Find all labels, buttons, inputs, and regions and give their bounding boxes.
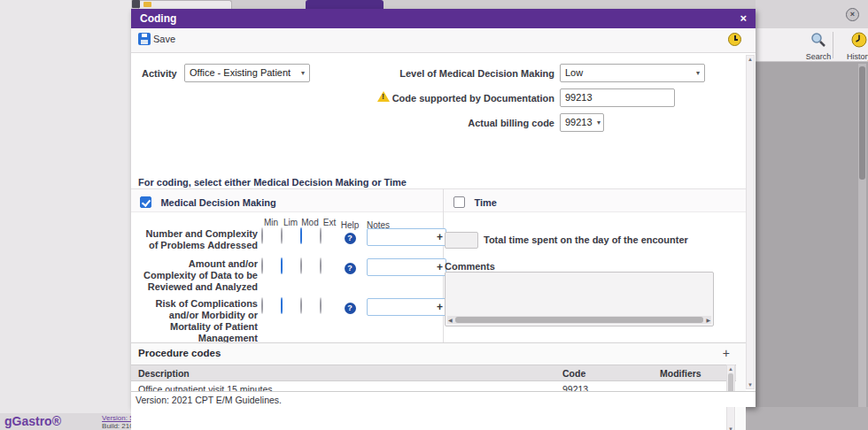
time-checkbox[interactable] [453, 196, 465, 208]
help-icon[interactable]: ? [345, 303, 356, 314]
window-close-icon[interactable]: × [846, 8, 859, 21]
mdm-checkbox-label: Medical Decision Making [160, 197, 275, 208]
dialog-scrollbar[interactable]: ▲ ▼ [746, 55, 755, 389]
radio-ext[interactable] [320, 227, 322, 244]
dialog-body: Activity Office - Existing Patient ▾ Lev… [131, 53, 746, 391]
close-icon[interactable]: × [740, 12, 747, 25]
app-logo: gGastro® [4, 414, 61, 428]
dialog-footer: Version: 2021 CPT E/M Guidelines. [131, 391, 756, 407]
activity-value: Office - Existing Patient [190, 67, 291, 78]
search-button[interactable]: Search [795, 32, 841, 60]
radio-min[interactable] [261, 257, 263, 274]
branding-bar: gGastro® Version: 5.0.1 Build: 210406 [0, 413, 152, 430]
radio-min[interactable] [261, 297, 263, 314]
notes-input[interactable]: + [367, 228, 446, 246]
add-note-icon[interactable]: + [437, 301, 443, 313]
scroll-right-icon[interactable]: ▶ [706, 317, 710, 323]
mdm-level-select[interactable]: Low ▾ [560, 64, 705, 82]
notes-input[interactable]: + [367, 258, 446, 276]
code-supported-label: Code supported by Documentation [392, 93, 554, 104]
add-note-icon[interactable]: + [437, 231, 443, 243]
radio-lim[interactable] [281, 257, 283, 274]
add-note-icon[interactable]: + [437, 261, 443, 273]
mdm-level-value: Low [565, 67, 583, 78]
search-icon [810, 32, 826, 48]
help-icon[interactable]: ? [345, 233, 356, 244]
scroll-down-icon[interactable]: ▼ [748, 382, 753, 388]
mdm-row-risk: Risk of Complications and/or Morbidity o… [135, 298, 446, 344]
dialog-title: Coding [140, 12, 176, 25]
guidelines-version: Version: 2021 CPT E/M Guidelines. [136, 395, 282, 405]
mdm-row-data: Amount and/or Complexity of Data to be R… [135, 258, 446, 293]
code-supported-value: 99213 [565, 92, 593, 103]
clock-icon [728, 33, 741, 46]
notes-input[interactable]: + [367, 298, 446, 316]
code-supported-input[interactable]: 99213 [560, 88, 675, 107]
help-icon[interactable]: ? [345, 263, 356, 274]
actual-billing-label: Actual billing code [468, 118, 554, 128]
time-checkbox-row[interactable]: Time [453, 194, 497, 210]
mdm-row-label: Number and Complexity of Problems Addres… [135, 228, 261, 251]
mdm-checkbox-row[interactable]: Medical Decision Making [140, 194, 276, 210]
coding-dialog: Coding × Save Activity Office - Existing… [131, 9, 756, 407]
history-button[interactable]: History [836, 32, 868, 60]
total-time-label: Total time spent on the day of the encou… [484, 234, 688, 245]
folder-icon [143, 2, 151, 7]
coding-instruction: For coding, select either Medical Decisi… [138, 177, 407, 188]
background-tab-active[interactable] [306, 0, 384, 9]
chevron-down-icon: ▾ [597, 119, 601, 127]
dialog-titlebar: Coding × [131, 9, 756, 28]
col-description: Description [138, 368, 190, 379]
radio-lim[interactable] [281, 227, 283, 244]
search-label: Search [795, 52, 841, 61]
dialog-toolbar: Save [131, 28, 756, 53]
time-checkbox-label: Time [474, 197, 496, 208]
mdm-checkbox[interactable] [140, 196, 151, 208]
radio-mod[interactable] [300, 227, 302, 244]
scroll-left-icon[interactable]: ◀ [448, 317, 453, 323]
save-icon [138, 33, 151, 45]
chevron-down-icon: ▾ [301, 69, 305, 77]
pin-icon [132, 0, 140, 8]
comments-hscrollbar[interactable]: ◀ ▶ [447, 316, 711, 324]
comments-textarea[interactable]: ◀ ▶ [445, 272, 714, 326]
mdm-row-label: Amount and/or Complexity of Data to be R… [135, 258, 261, 293]
save-button[interactable]: Save [138, 33, 175, 45]
mdm-row-problems: Number and Complexity of Problems Addres… [135, 228, 446, 251]
history-label: History [836, 52, 868, 61]
radio-mod[interactable] [300, 297, 302, 314]
background-content-area [756, 62, 868, 430]
comments-hscroll-thumb[interactable] [455, 317, 703, 323]
radio-mod[interactable] [300, 257, 302, 274]
add-procedure-icon[interactable]: + [723, 346, 730, 360]
radio-ext[interactable] [320, 297, 322, 314]
procedure-codes-title: Procedure codes [138, 348, 221, 358]
history-clock-button[interactable] [728, 33, 741, 50]
col-modifiers: Modifiers [660, 368, 701, 379]
total-time-input[interactable] [445, 232, 478, 249]
procedure-table-header: Description Code Modifiers [131, 365, 736, 381]
actual-billing-select[interactable]: 99213 ▾ [560, 113, 604, 132]
mdm-level-label: Level of Medical Decision Making [399, 68, 554, 79]
radio-min[interactable] [261, 227, 263, 244]
scroll-down-icon[interactable]: ▼ [728, 426, 733, 430]
chevron-down-icon: ▾ [696, 69, 700, 77]
warning-icon [377, 91, 390, 102]
col-code: Code [562, 368, 585, 379]
scroll-up-icon[interactable]: ▲ [728, 366, 733, 372]
background-scrollbar-thumb[interactable] [859, 66, 865, 180]
toolbar-divider [833, 32, 833, 58]
radio-lim[interactable] [281, 297, 283, 314]
mdm-row-label: Risk of Complications and/or Morbidity o… [135, 298, 261, 344]
scroll-up-icon[interactable]: ▲ [748, 57, 753, 62]
actual-billing-value: 99213 [565, 117, 593, 127]
sidebar [0, 0, 131, 430]
comments-label: Comments [445, 261, 495, 272]
activity-select[interactable]: Office - Existing Patient ▾ [184, 64, 310, 82]
activity-label: Activity [142, 68, 177, 79]
background-tab-inactive[interactable] [138, 0, 232, 9]
history-clock-icon [851, 32, 867, 48]
radio-ext[interactable] [320, 257, 322, 274]
save-label: Save [153, 34, 175, 44]
